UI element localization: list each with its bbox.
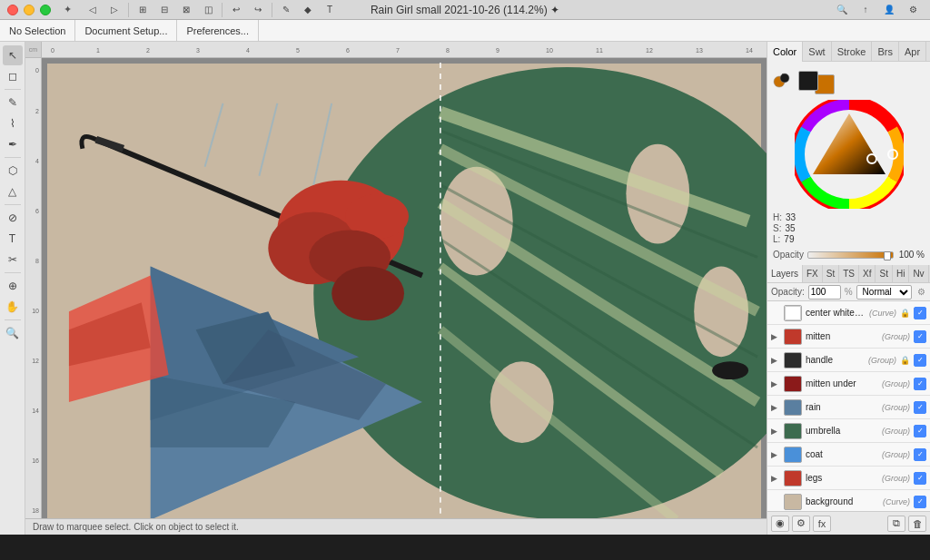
layer-thumb-1	[784, 329, 802, 345]
tab-st[interactable]: St	[823, 265, 839, 283]
layers-footer: ◉ ⚙ fx ⧉ 🗑	[767, 511, 930, 535]
layer-type-1: (Group)	[882, 332, 910, 341]
user-icon-btn[interactable]: 👤	[879, 1, 899, 19]
toolbar-text[interactable]: T	[320, 1, 340, 19]
tab-color[interactable]: Color	[767, 42, 803, 62]
toolbar-grid[interactable]: ⊞	[133, 1, 153, 19]
layer-lock-2: 🔒	[900, 356, 910, 365]
hand-tool[interactable]: ✋	[3, 297, 23, 317]
titlebar: ✦ ◁ ▷ ⊞ ⊟ ⊠ ◫ ↩ ↪ ✎ ◆ T Rain Girl small …	[0, 0, 930, 20]
minimize-button[interactable]	[24, 5, 35, 15]
text-tool[interactable]: T	[3, 229, 23, 249]
fullscreen-button[interactable]	[40, 5, 51, 15]
layer-item-coat[interactable]: ▶ coat (Group) ✓	[767, 443, 930, 467]
layer-visibility-2[interactable]: ✓	[914, 354, 926, 367]
layers-blend-options[interactable]: ⚙	[915, 287, 927, 297]
color-cycle-btn[interactable]	[773, 73, 791, 89]
settings-icon-btn[interactable]: ⚙	[903, 1, 923, 19]
canvas-viewport[interactable]	[42, 58, 767, 518]
layer-visibility-7[interactable]: ✓	[914, 472, 926, 485]
layer-item-umbrella[interactable]: ▶ umbrella (Group) ✓	[767, 419, 930, 443]
zoom-tool[interactable]: ⊕	[3, 276, 23, 296]
pencil-tool[interactable]: ⌇	[3, 113, 23, 133]
layer-name-1: mitten	[806, 331, 878, 341]
layer-visibility-5[interactable]: ✓	[914, 425, 926, 437]
tab-brs[interactable]: Brs	[872, 42, 899, 62]
layers-fx-btn[interactable]: fx	[813, 516, 831, 532]
layer-expand-1[interactable]: ▶	[771, 332, 780, 341]
layers-delete-btn[interactable]: 🗑	[908, 516, 926, 532]
layer-item-legs[interactable]: ▶ legs (Group) ✓	[767, 467, 930, 490]
share-icon-btn[interactable]: ↑	[856, 1, 876, 19]
triangle-tool[interactable]: △	[3, 182, 23, 201]
layers-duplicate-btn[interactable]: ⧉	[887, 516, 905, 532]
tab-nv[interactable]: Nv	[909, 265, 928, 283]
tab-apr[interactable]: Apr	[899, 42, 926, 62]
polygon-tool[interactable]: ⬡	[3, 161, 23, 181]
foreground-swatch[interactable]	[798, 71, 818, 91]
layer-item-mitten-under[interactable]: ▶ mitten under (Group) ✓	[767, 372, 930, 396]
layers-blend-select[interactable]: Normal Multiply Screen Overlay	[856, 285, 912, 300]
scissors-tool[interactable]: ✂	[3, 250, 23, 270]
toolbar-arrow-left[interactable]: ◁	[83, 1, 103, 19]
opacity-slider[interactable]	[807, 251, 894, 259]
color-values: H: 33 S: 35 L: 79	[773, 212, 925, 244]
color-wheel[interactable]	[795, 100, 904, 209]
layer-expand-4[interactable]: ▶	[771, 403, 780, 412]
no-selection-item[interactable]: No Selection	[0, 20, 75, 42]
magnifier-tool[interactable]: 🔍	[3, 323, 23, 343]
layer-expand-7[interactable]: ▶	[771, 474, 780, 483]
toolbar-grid2[interactable]: ⊟	[154, 1, 174, 19]
toolbar-pen[interactable]: ✎	[276, 1, 296, 19]
layer-expand-3[interactable]: ▶	[771, 379, 780, 388]
layer-visibility-6[interactable]: ✓	[914, 448, 926, 461]
toolbar-arrow-right[interactable]: ▷	[104, 1, 124, 19]
toolbar-view[interactable]: ◫	[198, 1, 218, 19]
layers-opacity-input[interactable]	[808, 285, 841, 300]
l-value: 79	[784, 234, 794, 244]
layer-visibility-4[interactable]: ✓	[914, 401, 926, 414]
layer-visibility-0[interactable]: ✓	[914, 307, 926, 319]
close-button[interactable]	[7, 5, 18, 15]
pen-tool[interactable]: ✎	[3, 93, 23, 113]
no-fill-tool[interactable]: ⊘	[3, 208, 23, 228]
brush-tool[interactable]: ✒	[3, 134, 23, 154]
layer-visibility-1[interactable]: ✓	[914, 330, 926, 343]
tab-hi[interactable]: Hi	[893, 265, 909, 283]
layer-expand-2[interactable]: ▶	[771, 356, 780, 365]
layer-item-center-white-line[interactable]: center white line (Curve) 🔒 ✓	[767, 301, 930, 325]
titlebar-left: ✦ ◁ ▷ ⊞ ⊟ ⊠ ◫ ↩ ↪ ✎ ◆ T	[0, 1, 340, 19]
canvas-area[interactable]: cm 0 1 2 3 4 5 6 7 8 9 10 11 12 13 14	[25, 42, 767, 535]
layers-list: center white line (Curve) 🔒 ✓ ▶ mitten (…	[767, 301, 930, 511]
rectangle-tool[interactable]: ◻	[3, 66, 23, 86]
layer-expand-5[interactable]: ▶	[771, 427, 780, 436]
tab-stroke[interactable]: Stroke	[832, 42, 873, 62]
toolbar-redo[interactable]: ↪	[248, 1, 268, 19]
layers-add-btn[interactable]: ⚙	[792, 516, 810, 532]
layer-visibility-8[interactable]: ✓	[914, 496, 926, 508]
layer-name-8: background	[806, 496, 879, 506]
preferences-item[interactable]: Preferences...	[177, 20, 258, 42]
toolbar-node[interactable]: ◆	[298, 1, 318, 19]
layer-expand-6[interactable]: ▶	[771, 450, 780, 459]
toolbar-columns[interactable]: ⊠	[176, 1, 196, 19]
tab-xf[interactable]: Xf	[859, 265, 876, 283]
selection-tool[interactable]: ↖	[3, 45, 23, 65]
layer-item-mitten[interactable]: ▶ mitten (Group) ✓	[767, 325, 930, 349]
tab-st2[interactable]: St	[876, 265, 892, 283]
panel-tabs: Color Swt Stroke Brs Apr ≡	[767, 42, 930, 62]
toolbar-undo[interactable]: ↩	[226, 1, 246, 19]
layer-visibility-3[interactable]: ✓	[914, 378, 926, 390]
layers-mask-btn[interactable]: ◉	[771, 516, 789, 532]
tab-fx[interactable]: FX	[803, 265, 823, 283]
layers-tabs: Layers FX St TS Xf St Hi Nv ≡	[767, 265, 930, 283]
tab-layers[interactable]: Layers	[767, 265, 803, 283]
tab-swt[interactable]: Swt	[803, 42, 831, 62]
tab-ts[interactable]: TS	[839, 265, 859, 283]
layer-item-background[interactable]: background (Curve) ✓	[767, 490, 930, 511]
panel-options[interactable]: ≡	[926, 42, 930, 62]
search-icon-btn[interactable]: 🔍	[832, 1, 852, 19]
document-setup-item[interactable]: Document Setup...	[75, 20, 177, 42]
layer-item-handle[interactable]: ▶ handle (Group) 🔒 ✓	[767, 349, 930, 372]
layer-item-rain[interactable]: ▶ rain (Group) ✓	[767, 396, 930, 419]
